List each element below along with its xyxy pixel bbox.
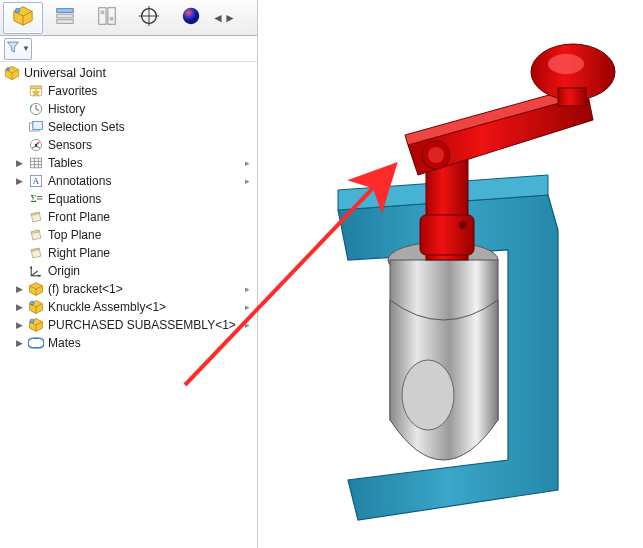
svg-rect-4 xyxy=(57,14,74,18)
part-icon xyxy=(28,281,44,297)
tree-item[interactable]: ▶Tables▸ xyxy=(12,154,257,172)
tab-property-manager[interactable] xyxy=(45,2,85,34)
expand-arrow-icon[interactable]: ▶ xyxy=(14,338,24,348)
svg-rect-7 xyxy=(108,8,115,25)
tree-item-label: History xyxy=(48,102,85,116)
svg-rect-3 xyxy=(57,9,74,13)
tree-item-label: PURCHASED SUBASSEMBLY<1> xyxy=(48,318,236,332)
property-list-icon xyxy=(54,5,76,30)
tree-item[interactable]: Origin xyxy=(12,262,257,280)
svg-point-2 xyxy=(15,8,19,12)
tree-item[interactable]: ▶(f) bracket<1>▸ xyxy=(12,280,257,298)
flyout-caret-icon[interactable]: ▸ xyxy=(245,158,255,168)
svg-point-17 xyxy=(7,68,10,71)
graphics-viewport[interactable] xyxy=(258,0,643,548)
tree-filter-bar: ▼ xyxy=(0,36,257,62)
plane-icon xyxy=(28,209,44,225)
tree-item[interactable]: History xyxy=(12,100,257,118)
tree-item[interactable]: Favorites xyxy=(12,82,257,100)
plane-icon xyxy=(28,245,44,261)
tree-item-label: Top Plane xyxy=(48,228,101,242)
tree-item-label: Selection Sets xyxy=(48,120,125,134)
feature-manager-panel: ◄ ► ▼ Universal Joint FavoritesHistorySe… xyxy=(0,0,258,548)
subasm-icon xyxy=(28,299,44,315)
flyout-caret-icon[interactable]: ▸ xyxy=(245,302,255,312)
svg-point-29 xyxy=(35,144,37,146)
svg-rect-60 xyxy=(420,215,474,255)
tab-configuration-manager[interactable] xyxy=(87,2,127,34)
svg-rect-19 xyxy=(30,86,41,88)
tab-scroll-left[interactable]: ◄ xyxy=(212,2,224,34)
model-render xyxy=(258,0,643,548)
expand-arrow-icon[interactable]: ▶ xyxy=(14,320,24,330)
expand-arrow-icon[interactable]: ▶ xyxy=(14,284,24,294)
svg-marker-43 xyxy=(30,266,32,268)
tree-item-label: Favorites xyxy=(48,84,97,98)
history-icon xyxy=(28,101,44,117)
flyout-caret-icon[interactable]: ▸ xyxy=(245,320,255,330)
tree-item[interactable]: ▶Mates xyxy=(12,334,257,352)
sensors-icon xyxy=(28,137,44,153)
tree-item-label: Front Plane xyxy=(48,210,110,224)
tree-root-label: Universal Joint xyxy=(24,66,106,80)
tree-item[interactable]: Selection Sets xyxy=(12,118,257,136)
expand-arrow-icon[interactable]: ▶ xyxy=(14,176,24,186)
equations-icon: Σ xyxy=(28,191,44,207)
svg-rect-30 xyxy=(30,158,41,168)
expand-arrow-icon[interactable]: ▶ xyxy=(14,302,24,312)
funnel-icon xyxy=(6,40,20,57)
tree-item[interactable]: Right Plane xyxy=(12,244,257,262)
tab-dimxpert[interactable] xyxy=(129,2,169,34)
svg-text:Σ: Σ xyxy=(30,193,36,204)
tree-item-label: (f) bracket<1> xyxy=(48,282,123,296)
svg-marker-14 xyxy=(7,42,18,52)
expand-arrow-icon[interactable]: ▶ xyxy=(14,158,24,168)
tree-item-label: Knuckle Assembly<1> xyxy=(48,300,166,314)
tree-item[interactable]: Top Plane xyxy=(12,226,257,244)
tree-item-label: Right Plane xyxy=(48,246,110,260)
tab-scroll-right[interactable]: ► xyxy=(224,2,236,34)
flyout-caret-icon[interactable]: ▸ xyxy=(245,284,255,294)
panel-tabbar: ◄ ► xyxy=(0,0,257,36)
subasm-icon xyxy=(28,317,44,333)
tab-appearance[interactable] xyxy=(171,2,211,34)
tree-item[interactable]: ▶PURCHASED SUBASSEMBLY<1>▸ xyxy=(12,316,257,334)
tree-item-label: Annotations xyxy=(48,174,111,188)
appearance-sphere-icon xyxy=(180,5,202,30)
tree-item[interactable]: Sensors xyxy=(12,136,257,154)
tree-item[interactable]: ΣEquations xyxy=(12,190,257,208)
favorites-icon xyxy=(28,83,44,99)
tree-root[interactable]: Universal Joint xyxy=(2,64,257,82)
mates-icon xyxy=(28,335,44,351)
selectionsets-icon xyxy=(28,119,44,135)
tree-item[interactable]: ▶Knuckle Assembly<1>▸ xyxy=(12,298,257,316)
tree-item-label: Tables xyxy=(48,156,83,170)
tables-icon xyxy=(28,155,44,171)
plane-icon xyxy=(28,227,44,243)
tree-item[interactable]: ▶AAnnotations▸ xyxy=(12,172,257,190)
svg-rect-5 xyxy=(57,20,74,24)
svg-marker-44 xyxy=(38,275,40,277)
svg-point-65 xyxy=(548,54,584,74)
svg-point-63 xyxy=(428,147,444,163)
svg-point-52 xyxy=(30,319,34,323)
svg-rect-6 xyxy=(99,8,106,25)
tree-item-label: Sensors xyxy=(48,138,92,152)
origin-icon xyxy=(28,263,44,279)
flyout-caret-icon[interactable]: ▸ xyxy=(245,176,255,186)
tree-item-label: Origin xyxy=(48,264,80,278)
tab-feature-manager[interactable] xyxy=(3,2,43,34)
tree-item-label: Mates xyxy=(48,336,81,350)
svg-point-61 xyxy=(459,221,467,229)
assembly-cube-icon xyxy=(12,5,34,30)
chevron-down-icon: ▼ xyxy=(22,44,30,53)
svg-rect-8 xyxy=(101,11,105,15)
svg-point-49 xyxy=(30,301,34,305)
svg-rect-9 xyxy=(110,17,114,21)
svg-rect-25 xyxy=(33,121,43,129)
target-icon xyxy=(138,5,160,30)
filter-button[interactable]: ▼ xyxy=(4,38,32,60)
svg-rect-66 xyxy=(558,88,586,106)
tree-item[interactable]: Front Plane xyxy=(12,208,257,226)
svg-point-13 xyxy=(183,8,200,25)
